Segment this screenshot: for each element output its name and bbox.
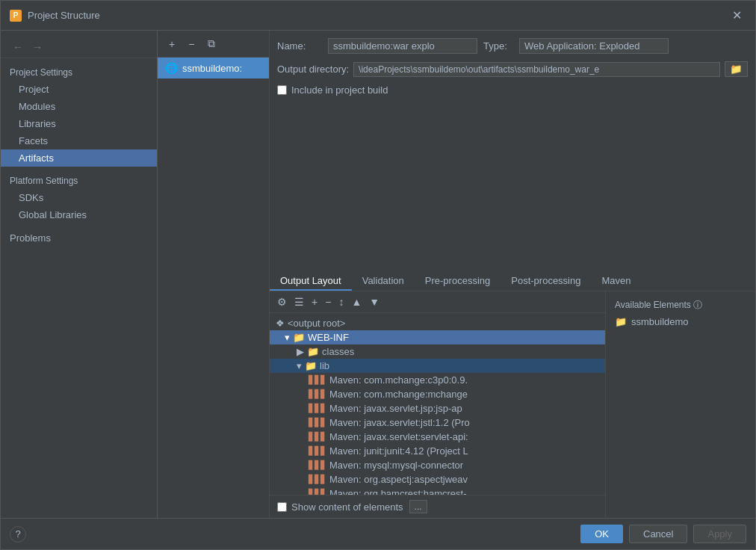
maven-label-8: Maven: org.hamcrest:hamcrest- bbox=[329, 488, 467, 495]
nav-arrows: ← → bbox=[1, 37, 157, 58]
tab-maven[interactable]: Maven bbox=[591, 272, 641, 291]
classes-expand-icon: ▶ bbox=[297, 346, 304, 357]
name-input[interactable] bbox=[328, 38, 477, 54]
right-panel: + − ⧉ 🌐 ssmbuildemo: Name: bbox=[158, 31, 755, 518]
include-build-label: Include in project build bbox=[291, 84, 388, 96]
forward-arrow[interactable]: → bbox=[29, 40, 46, 55]
sidebar-item-artifacts[interactable]: Artifacts bbox=[1, 149, 157, 167]
copy-artifact-button[interactable]: ⧉ bbox=[202, 35, 220, 52]
tab-postprocessing[interactable]: Post-processing bbox=[501, 272, 591, 291]
tree-item-maven-4[interactable]: ▋▋▋ Maven: javax.servlet:servlet-api: bbox=[270, 430, 605, 444]
tree-item-classes[interactable]: ▶ 📁 classes bbox=[270, 344, 605, 359]
pane-btn-settings[interactable]: ⚙ bbox=[274, 294, 290, 309]
output-dir-input[interactable] bbox=[353, 62, 720, 77]
footer-left: ? bbox=[10, 526, 574, 543]
avail-item-label: ssmbuildemo bbox=[631, 316, 689, 327]
available-item-ssmbuildemo[interactable]: 📁 ssmbuildemo bbox=[612, 313, 749, 330]
bottom-bar: Show content of elements ... bbox=[270, 495, 605, 518]
artifact-item-label: ssmbuildemo: bbox=[182, 63, 242, 74]
project-structure-dialog: P Project Structure ✕ ← → Project Settin… bbox=[0, 0, 756, 550]
tree-item-maven-0[interactable]: ▋▋▋ Maven: com.mchange:c3p0:0.9. bbox=[270, 373, 605, 387]
pane-btn-list[interactable]: ☰ bbox=[291, 294, 307, 309]
ellipsis-button[interactable]: ... bbox=[409, 500, 427, 513]
sidebar-item-modules[interactable]: Modules bbox=[1, 98, 157, 115]
maven-label-2: Maven: javax.servlet.jsp:jsp-ap bbox=[329, 403, 462, 414]
tree-item-maven-7[interactable]: ▋▋▋ Maven: org.aspectj:aspectjweav bbox=[270, 472, 605, 486]
sidebar-item-libraries[interactable]: Libraries bbox=[1, 115, 157, 132]
ok-button[interactable]: OK bbox=[580, 525, 623, 543]
tree-item-maven-8[interactable]: ▋▋▋ Maven: org.hamcrest:hamcrest- bbox=[270, 486, 605, 495]
output-root-icon: ❖ bbox=[276, 318, 285, 329]
pane-btn-down[interactable]: ▼ bbox=[366, 294, 382, 309]
apply-button[interactable]: Apply bbox=[693, 525, 746, 543]
maven-label-0: Maven: com.mchange:c3p0:0.9. bbox=[329, 374, 468, 386]
available-elements-label: Available Elements ⓘ bbox=[612, 297, 749, 313]
tree-item-maven-5[interactable]: ▋▋▋ Maven: junit:junit:4.12 (Project L bbox=[270, 444, 605, 458]
webinf-label: WEB-INF bbox=[308, 332, 349, 343]
name-label: Name: bbox=[277, 40, 322, 52]
sidebar: ← → Project Settings Project Modules Lib… bbox=[1, 31, 158, 518]
maven-icon-5: ▋▋▋ bbox=[309, 446, 326, 456]
pane-btn-remove[interactable]: − bbox=[322, 294, 334, 309]
maven-icon-2: ▋▋▋ bbox=[309, 404, 326, 413]
pane-toolbar: ⚙ ☰ + − ↕ ▲ ▼ bbox=[270, 291, 605, 313]
sidebar-item-project[interactable]: Project bbox=[1, 81, 157, 98]
artifact-icon: 🌐 bbox=[165, 62, 178, 74]
include-build-checkbox[interactable] bbox=[277, 85, 287, 95]
artifact-toolbar: + − ⧉ bbox=[158, 31, 269, 58]
browse-button[interactable]: 📁 bbox=[725, 61, 748, 77]
maven-icon-0: ▋▋▋ bbox=[309, 375, 326, 385]
platform-settings-header: Platform Settings bbox=[1, 173, 157, 189]
maven-icon-7: ▋▋▋ bbox=[309, 475, 326, 484]
name-row: Name: Type: Web Application: Exploded bbox=[277, 38, 748, 54]
sidebar-item-facets[interactable]: Facets bbox=[1, 132, 157, 149]
tree-item-output-root[interactable]: ❖ <output root> bbox=[270, 316, 605, 330]
add-artifact-button[interactable]: + bbox=[164, 35, 180, 52]
main-properties: Name: Type: Web Application: Exploded Ou… bbox=[270, 31, 755, 518]
tree-item-maven-6[interactable]: ▋▋▋ Maven: mysql:mysql-connector bbox=[270, 458, 605, 472]
tree-item-maven-3[interactable]: ▋▋▋ Maven: javax.servlet:jstl:1.2 (Pro bbox=[270, 415, 605, 430]
remove-artifact-button[interactable]: − bbox=[183, 35, 199, 52]
cancel-button[interactable]: Cancel bbox=[629, 525, 687, 543]
tree-item-lib[interactable]: ▾ 📁 lib bbox=[270, 359, 605, 373]
maven-label-3: Maven: javax.servlet:jstl:1.2 (Pro bbox=[329, 417, 470, 428]
back-arrow[interactable]: ← bbox=[10, 40, 26, 55]
project-settings-section: Project Settings Project Modules Librari… bbox=[1, 64, 157, 167]
output-root-label: <output root> bbox=[288, 318, 345, 329]
include-build-row: Include in project build bbox=[277, 84, 748, 96]
tree-area: ❖ <output root> ▾ 📁 WEB-INF bbox=[270, 313, 605, 495]
tree-item-maven-2[interactable]: ▋▋▋ Maven: javax.servlet.jsp:jsp-ap bbox=[270, 401, 605, 415]
maven-icon-3: ▋▋▋ bbox=[309, 418, 326, 427]
sidebar-item-global-libraries[interactable]: Global Libraries bbox=[1, 206, 157, 223]
project-icon: P bbox=[10, 10, 22, 22]
left-pane: ⚙ ☰ + − ↕ ▲ ▼ ❖ bbox=[270, 291, 606, 518]
maven-icon-6: ▋▋▋ bbox=[309, 460, 326, 470]
tab-validation[interactable]: Validation bbox=[352, 272, 415, 291]
maven-label-6: Maven: mysql:mysql-connector bbox=[329, 460, 463, 471]
close-button[interactable]: ✕ bbox=[728, 7, 746, 24]
maven-label-1: Maven: com.mchange:mchange bbox=[329, 389, 468, 400]
show-content-checkbox[interactable] bbox=[277, 502, 287, 512]
artifact-list-panel: + − ⧉ 🌐 ssmbuildemo: bbox=[158, 31, 270, 518]
tree-item-webinf[interactable]: ▾ 📁 WEB-INF bbox=[270, 330, 605, 344]
tabs-bar: Output Layout Validation Pre-processing … bbox=[270, 272, 755, 291]
tree-item-maven-1[interactable]: ▋▋▋ Maven: com.mchange:mchange bbox=[270, 387, 605, 401]
pane-btn-add[interactable]: + bbox=[309, 294, 320, 309]
tab-preprocessing[interactable]: Pre-processing bbox=[415, 272, 501, 291]
pane-btn-sort[interactable]: ↕ bbox=[335, 294, 347, 309]
sidebar-item-problems[interactable]: Problems bbox=[1, 229, 157, 247]
artifact-list-item[interactable]: 🌐 ssmbuildemo: bbox=[158, 58, 269, 78]
show-content-row: Show content of elements bbox=[277, 501, 403, 513]
title-bar: P Project Structure ✕ bbox=[1, 1, 755, 31]
type-dropdown[interactable]: Web Application: Exploded bbox=[519, 38, 669, 54]
maven-label-4: Maven: javax.servlet:servlet-api: bbox=[329, 431, 468, 442]
pane-btn-up[interactable]: ▲ bbox=[348, 294, 365, 309]
sidebar-item-sdks[interactable]: SDKs bbox=[1, 189, 157, 206]
dialog-footer: ? OK Cancel Apply bbox=[1, 518, 755, 549]
type-label: Type: bbox=[483, 40, 513, 52]
lib-label: lib bbox=[320, 360, 329, 371]
tab-output-layout[interactable]: Output Layout bbox=[270, 272, 352, 291]
maven-icon-4: ▋▋▋ bbox=[309, 432, 326, 442]
maven-label-5: Maven: junit:junit:4.12 (Project L bbox=[329, 445, 468, 457]
help-button[interactable]: ? bbox=[10, 526, 26, 543]
